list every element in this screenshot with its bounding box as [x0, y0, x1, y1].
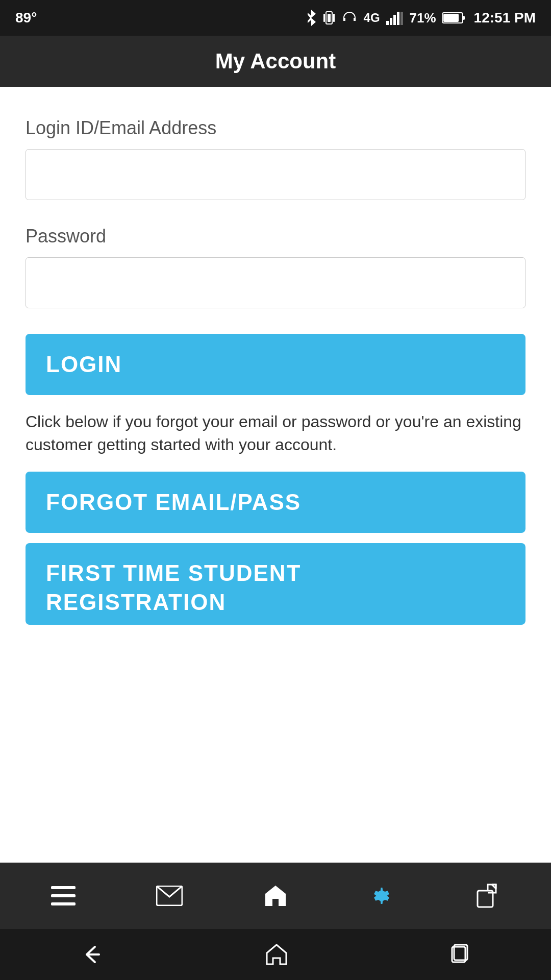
svg-rect-12 [51, 886, 76, 889]
svg-rect-11 [443, 14, 459, 22]
battery-icon [442, 12, 466, 24]
app-header: My Account [0, 36, 551, 87]
bluetooth-icon [306, 10, 317, 26]
android-back-button[interactable] [80, 942, 105, 967]
svg-rect-13 [51, 894, 76, 897]
clock: 12:51 PM [474, 10, 536, 26]
svg-rect-2 [323, 14, 325, 22]
menu-icon [51, 886, 76, 905]
page-title: My Account [215, 49, 336, 74]
svg-rect-14 [51, 902, 76, 905]
temperature: 89° [15, 10, 37, 26]
android-nav [0, 929, 551, 980]
settings-icon [369, 884, 394, 908]
android-home-button[interactable] [265, 943, 288, 966]
email-field-group: Login ID/Email Address [26, 117, 525, 200]
mail-icon [156, 886, 183, 906]
email-label: Login ID/Email Address [26, 117, 525, 139]
battery-percent: 71% [410, 10, 436, 26]
login-button[interactable]: LOGIN [26, 334, 525, 395]
email-input[interactable] [26, 149, 525, 200]
nav-item-settings[interactable] [359, 873, 405, 919]
back-icon [80, 942, 105, 967]
svg-rect-4 [386, 21, 389, 25]
svg-rect-5 [390, 18, 392, 25]
svg-rect-7 [397, 12, 399, 25]
svg-rect-8 [400, 12, 403, 25]
status-bar: 89° 4G 71% [0, 0, 551, 36]
nav-item-mail[interactable] [146, 873, 192, 919]
main-content: Login ID/Email Address Password LOGIN Cl… [0, 87, 551, 863]
android-home-icon [265, 943, 288, 966]
signal-icon [386, 11, 404, 25]
svg-rect-3 [333, 14, 335, 22]
nav-item-share[interactable] [465, 873, 511, 919]
status-icons: 4G 71% 12:51 PM [306, 10, 536, 26]
svg-rect-1 [328, 14, 331, 22]
password-label: Password [26, 226, 525, 247]
first-time-registration-button[interactable]: FIRST TIME STUDENTREGISTRATION [26, 543, 525, 625]
network-type: 4G [364, 11, 380, 25]
vibrate-icon [323, 10, 335, 26]
headphone-icon [341, 11, 358, 25]
password-input[interactable] [26, 257, 525, 308]
password-field-group: Password [26, 226, 525, 308]
share-icon [477, 884, 499, 908]
svg-rect-10 [463, 16, 465, 20]
svg-rect-6 [393, 15, 396, 25]
forgot-email-pass-button[interactable]: FORGOT EMAIL/PASS [26, 472, 525, 533]
nav-item-home[interactable] [253, 873, 298, 919]
nav-item-menu[interactable] [40, 873, 86, 919]
android-recents-button[interactable] [448, 943, 471, 966]
bottom-nav [0, 863, 551, 929]
recents-icon [448, 943, 471, 966]
forgot-hint-text: Click below if you forgot your email or … [26, 410, 525, 456]
home-icon [263, 884, 288, 908]
